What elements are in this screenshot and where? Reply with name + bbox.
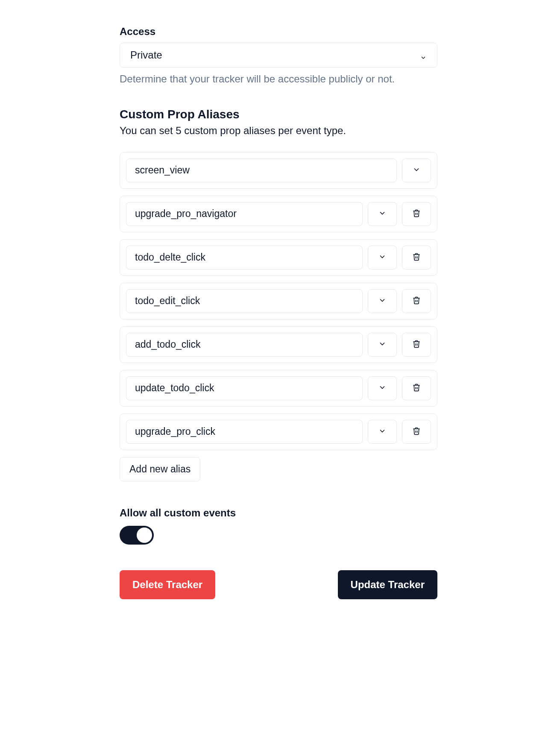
alias-input[interactable]	[126, 289, 363, 313]
alias-row	[120, 413, 437, 450]
expand-alias-button[interactable]	[368, 333, 397, 357]
chevron-down-icon	[378, 252, 387, 263]
access-select[interactable]: Private	[120, 43, 437, 67]
delete-alias-button[interactable]	[402, 289, 431, 313]
custom-events-toggle[interactable]	[120, 526, 154, 545]
aliases-list	[120, 152, 437, 450]
chevron-down-icon	[378, 383, 387, 393]
expand-alias-button[interactable]	[368, 289, 397, 313]
trash-icon	[412, 252, 421, 263]
chevron-down-icon	[378, 296, 387, 306]
expand-alias-button[interactable]	[368, 202, 397, 226]
add-alias-button[interactable]: Add new alias	[120, 457, 200, 481]
access-selected-value: Private	[130, 49, 162, 61]
expand-alias-button[interactable]	[368, 376, 397, 400]
aliases-title: Custom Prop Aliases	[120, 108, 437, 121]
alias-input[interactable]	[126, 420, 363, 444]
expand-alias-button[interactable]	[402, 158, 431, 182]
alias-row	[120, 152, 437, 189]
access-label: Access	[120, 26, 437, 38]
trash-icon	[412, 383, 421, 393]
chevron-down-icon	[378, 209, 387, 219]
alias-input[interactable]	[126, 333, 363, 357]
chevron-down-icon	[378, 427, 387, 437]
expand-alias-button[interactable]	[368, 420, 397, 444]
alias-input[interactable]	[126, 246, 363, 270]
access-helper-text: Determine that your tracker will be acce…	[120, 72, 437, 86]
delete-alias-button[interactable]	[402, 246, 431, 270]
alias-row	[120, 196, 437, 232]
aliases-subtitle: You can set 5 custom prop aliases per ev…	[120, 125, 437, 137]
chevron-down-icon	[420, 52, 427, 59]
alias-input[interactable]	[126, 158, 397, 182]
alias-input[interactable]	[126, 202, 363, 226]
trash-icon	[412, 427, 421, 437]
delete-tracker-button[interactable]: Delete Tracker	[120, 570, 215, 599]
action-row: Delete Tracker Update Tracker	[120, 570, 437, 599]
delete-alias-button[interactable]	[402, 202, 431, 226]
trash-icon	[412, 209, 421, 219]
alias-input[interactable]	[126, 376, 363, 400]
delete-alias-button[interactable]	[402, 420, 431, 444]
chevron-down-icon	[412, 165, 421, 176]
custom-events-label: Allow all custom events	[120, 507, 437, 519]
delete-alias-button[interactable]	[402, 376, 431, 400]
chevron-down-icon	[378, 340, 387, 350]
toggle-knob	[137, 527, 152, 543]
alias-row	[120, 239, 437, 276]
delete-alias-button[interactable]	[402, 333, 431, 357]
alias-row	[120, 326, 437, 363]
trash-icon	[412, 296, 421, 306]
expand-alias-button[interactable]	[368, 246, 397, 270]
alias-row	[120, 283, 437, 319]
alias-row	[120, 370, 437, 407]
update-tracker-button[interactable]: Update Tracker	[338, 570, 437, 599]
trash-icon	[412, 340, 421, 350]
